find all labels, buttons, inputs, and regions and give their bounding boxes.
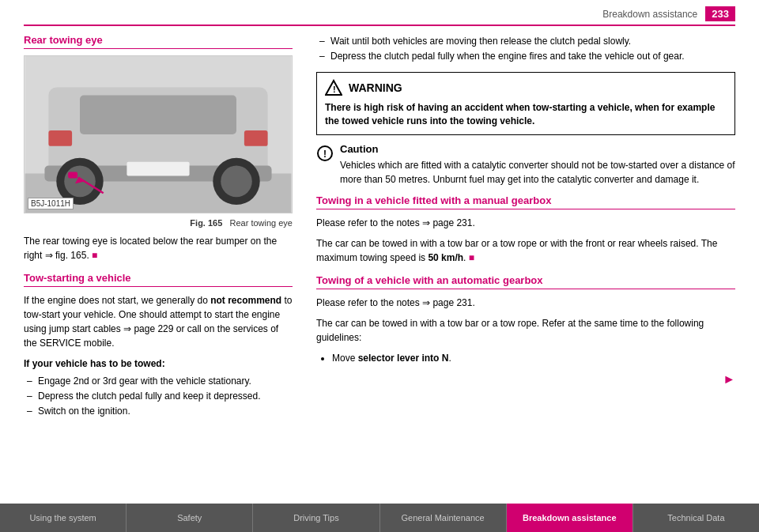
towing-auto-bullet-1: Move selector lever into N. [332, 351, 735, 366]
towing-auto-section: Towing of a vehicle with an automatic ge… [316, 274, 735, 366]
not-recommend: not recommend [210, 295, 281, 306]
fig-caption: Fig. 165 Rear towing eye [24, 218, 293, 228]
caution-title: Caution [340, 143, 735, 155]
right-steps-list: Wait until both vehicles are moving then… [316, 34, 735, 64]
svg-text:!: ! [323, 149, 327, 160]
towing-auto-bullets: Move selector lever into N. [316, 351, 735, 366]
nav-technical-data[interactable]: Technical Data [633, 504, 759, 532]
end-marker: ■ [92, 250, 97, 261]
svg-rect-12 [48, 130, 72, 146]
rear-towing-body: The rear towing eye is located below the… [24, 234, 293, 262]
rear-towing-eye-title: Rear towing eye [24, 34, 293, 49]
right-step-1: Wait until both vehicles are moving then… [316, 34, 735, 49]
nav-general-maintenance-label: General Maintenance [402, 513, 485, 523]
tow-starting-title: Tow-starting a vehicle [24, 272, 293, 287]
nav-general-maintenance[interactable]: General Maintenance [380, 504, 507, 532]
selector-lever-text: selector lever into N [358, 353, 449, 364]
max-speed: 50 km/h [428, 252, 463, 263]
nav-safety-label: Safety [177, 513, 202, 523]
nav-technical-data-label: Technical Data [667, 513, 724, 523]
svg-rect-3 [80, 96, 236, 135]
left-column: Rear towing eye [24, 34, 308, 492]
warning-box: ! WARNING There is high risk of having a… [316, 72, 735, 135]
svg-rect-9 [68, 172, 77, 179]
tow-steps-list: Engage 2nd or 3rd gear with the vehicle … [24, 374, 293, 420]
towing-manual-p1: Please refer to the notes ⇒ page 231. [316, 216, 735, 230]
towing-auto-p1: Please refer to the notes ⇒ page 231. [316, 296, 735, 310]
nav-breakdown-assistance[interactable]: Breakdown assistance [507, 504, 633, 532]
svg-rect-13 [244, 130, 268, 146]
towing-manual-title: Towing in a vehicle fitted with a manual… [316, 194, 735, 209]
caution-box: ! Caution Vehicles which are fitted with… [316, 143, 735, 187]
tow-step-1: Engage 2nd or 3rd gear with the vehicle … [24, 374, 293, 389]
towing-auto-title: Towing of a vehicle with an automatic ge… [316, 274, 735, 289]
end-marker-2: ■ [469, 252, 474, 263]
nav-using-system-label: Using the system [29, 513, 96, 523]
if-towed-label: If your vehicle has to be towed: [24, 357, 293, 371]
right-step-2: Depress the clutch pedal fully when the … [316, 49, 735, 64]
nav-breakdown-assistance-label: Breakdown assistance [523, 513, 617, 523]
svg-text:!: ! [333, 85, 336, 94]
warning-icon: ! [325, 79, 342, 96]
header-title: Breakdown assistance [602, 9, 697, 20]
image-id: B5J-1011H [28, 198, 74, 209]
nav-safety[interactable]: Safety [126, 504, 253, 532]
caution-icon: ! [316, 145, 334, 162]
car-image: B5J-1011H [24, 55, 293, 213]
fig-caption-text: Rear towing eye [230, 218, 293, 228]
caution-text: Vehicles which are fitted with a catalyt… [340, 158, 735, 187]
next-page-arrow: ► [723, 372, 735, 387]
caution-content: Caution Vehicles which are fitted with a… [340, 143, 735, 187]
nav-driving-tips[interactable]: Driving Tips [253, 504, 380, 532]
warning-header: ! WARNING [325, 79, 727, 96]
tow-step-2: Depress the clutch pedal fully and keep … [24, 389, 293, 404]
bottom-nav: Using the system Safety Driving Tips Gen… [0, 504, 759, 532]
warning-title: WARNING [349, 81, 402, 94]
nav-driving-tips-label: Driving Tips [293, 513, 338, 523]
tow-step-3: Switch on the ignition. [24, 404, 293, 419]
svg-rect-14 [126, 162, 189, 176]
rear-towing-text: The rear towing eye is located below the… [24, 236, 277, 261]
main-content: Rear towing eye [0, 26, 759, 492]
svg-point-8 [221, 166, 252, 198]
page-header: Breakdown assistance 233 [24, 0, 735, 26]
towing-manual-p2: The car can be towed in with a tow bar o… [316, 236, 735, 265]
towing-manual-section: Towing in a vehicle fitted with a manual… [316, 194, 735, 265]
fig-number: Fig. 165 [190, 218, 222, 228]
page-number: 233 [705, 6, 735, 21]
warning-text: There is high risk of having an accident… [325, 101, 727, 128]
nav-using-system[interactable]: Using the system [0, 504, 126, 532]
right-column: Wait until both vehicles are moving then… [308, 34, 735, 492]
tow-starting-body: If the engine does not start, we general… [24, 293, 293, 350]
if-towed-text: If your vehicle has to be towed: [24, 358, 165, 369]
towing-auto-p2: The car can be towed in with a tow bar o… [316, 316, 735, 345]
